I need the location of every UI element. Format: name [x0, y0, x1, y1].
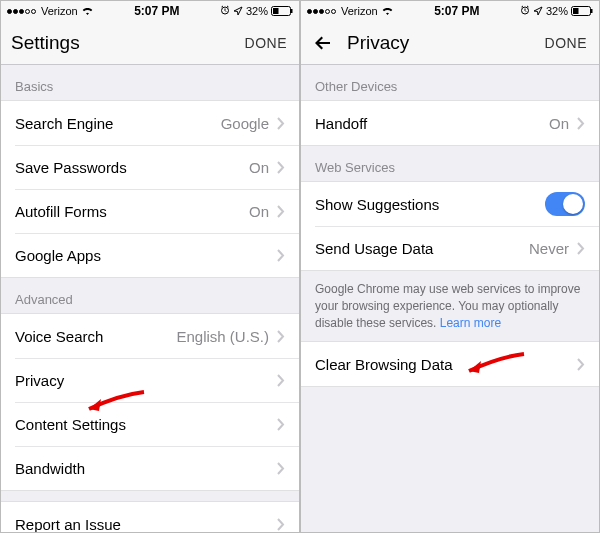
row-voice-search[interactable]: Voice Search English (U.S.)	[1, 314, 299, 358]
row-send-usage-data[interactable]: Send Usage Data Never	[301, 226, 599, 270]
svg-rect-3	[291, 9, 293, 13]
done-button[interactable]: DONE	[245, 35, 287, 51]
row-value: On	[549, 115, 569, 132]
wifi-icon	[81, 6, 94, 16]
battery-icon	[271, 6, 293, 16]
row-value: English (U.S.)	[176, 328, 269, 345]
chevron-right-icon	[277, 161, 285, 174]
row-autofill-forms[interactable]: Autofill Forms On	[1, 189, 299, 233]
section-header-advanced: Advanced	[1, 278, 299, 313]
alarm-icon	[520, 5, 530, 17]
chevron-right-icon	[277, 374, 285, 387]
status-time: 5:07 PM	[134, 4, 179, 18]
chevron-right-icon	[277, 117, 285, 130]
signal-dots-icon	[307, 9, 336, 14]
privacy-content[interactable]: Other Devices Handoff On Web Services Sh…	[301, 65, 599, 532]
row-label: Report an Issue	[15, 516, 277, 533]
status-bar: Verizon 5:07 PM 32%	[1, 1, 299, 21]
row-value: On	[249, 159, 269, 176]
battery-percent: 32%	[246, 5, 268, 17]
battery-icon	[571, 6, 593, 16]
chevron-right-icon	[277, 205, 285, 218]
chevron-right-icon	[277, 462, 285, 475]
row-value: On	[249, 203, 269, 220]
row-label: Save Passwords	[15, 159, 249, 176]
status-right: 32%	[520, 5, 593, 17]
row-label: Bandwidth	[15, 460, 277, 477]
row-show-suggestions[interactable]: Show Suggestions	[301, 182, 599, 226]
status-left: Verizon	[307, 5, 394, 17]
row-content-settings[interactable]: Content Settings	[1, 402, 299, 446]
section-header-web-services: Web Services	[301, 146, 599, 181]
status-right: 32%	[220, 5, 293, 17]
row-label: Clear Browsing Data	[315, 356, 577, 373]
toggle-show-suggestions[interactable]	[545, 192, 585, 216]
row-label: Google Apps	[15, 247, 277, 264]
chevron-right-icon	[277, 418, 285, 431]
status-left: Verizon	[7, 5, 94, 17]
section-header-other-devices: Other Devices	[301, 65, 599, 100]
chevron-right-icon	[577, 242, 585, 255]
group-basics: Search Engine Google Save Passwords On A…	[1, 100, 299, 278]
svg-rect-6	[573, 8, 579, 14]
carrier-label: Verizon	[41, 5, 78, 17]
row-label: Privacy	[15, 372, 277, 389]
web-services-footnote: Google Chrome may use web services to im…	[301, 271, 599, 341]
row-save-passwords[interactable]: Save Passwords On	[1, 145, 299, 189]
group-support: Report an Issue Google Chrome	[1, 501, 299, 532]
signal-dots-icon	[7, 9, 36, 14]
row-value: Google	[221, 115, 269, 132]
row-value: Never	[529, 240, 569, 257]
row-privacy[interactable]: Privacy	[1, 358, 299, 402]
chevron-right-icon	[277, 330, 285, 343]
settings-content[interactable]: Basics Search Engine Google Save Passwor…	[1, 65, 299, 532]
chevron-right-icon	[277, 249, 285, 262]
location-icon	[233, 6, 243, 16]
battery-percent: 32%	[546, 5, 568, 17]
chevron-right-icon	[577, 358, 585, 371]
alarm-icon	[220, 5, 230, 17]
row-google-apps[interactable]: Google Apps	[1, 233, 299, 277]
screen-settings: Verizon 5:07 PM 32% Settings DONE Basics	[0, 0, 300, 533]
back-button[interactable]	[311, 31, 335, 55]
row-label: Show Suggestions	[315, 196, 545, 213]
nav-header: Settings DONE	[1, 21, 299, 65]
group-clear: Clear Browsing Data	[301, 341, 599, 387]
location-icon	[533, 6, 543, 16]
screen-privacy: Verizon 5:07 PM 32% Privacy DONE Oth	[300, 0, 600, 533]
row-label: Handoff	[315, 115, 549, 132]
svg-rect-2	[273, 8, 279, 14]
row-label: Voice Search	[15, 328, 176, 345]
section-header-basics: Basics	[1, 65, 299, 100]
status-time: 5:07 PM	[434, 4, 479, 18]
group-advanced: Voice Search English (U.S.) Privacy Cont…	[1, 313, 299, 491]
row-label: Search Engine	[15, 115, 221, 132]
done-button[interactable]: DONE	[545, 35, 587, 51]
carrier-label: Verizon	[341, 5, 378, 17]
row-label: Autofill Forms	[15, 203, 249, 220]
group-web-services: Show Suggestions Send Usage Data Never	[301, 181, 599, 271]
wifi-icon	[381, 6, 394, 16]
page-title: Settings	[11, 32, 80, 54]
svg-rect-7	[591, 9, 593, 13]
nav-header: Privacy DONE	[301, 21, 599, 65]
row-label: Content Settings	[15, 416, 277, 433]
chevron-right-icon	[577, 117, 585, 130]
chevron-right-icon	[277, 518, 285, 531]
row-search-engine[interactable]: Search Engine Google	[1, 101, 299, 145]
learn-more-link[interactable]: Learn more	[440, 316, 501, 330]
status-bar: Verizon 5:07 PM 32%	[301, 1, 599, 21]
group-other-devices: Handoff On	[301, 100, 599, 146]
row-handoff[interactable]: Handoff On	[301, 101, 599, 145]
row-clear-browsing-data[interactable]: Clear Browsing Data	[301, 342, 599, 386]
row-bandwidth[interactable]: Bandwidth	[1, 446, 299, 490]
row-label: Send Usage Data	[315, 240, 529, 257]
row-report-issue[interactable]: Report an Issue	[1, 502, 299, 532]
page-title: Privacy	[347, 32, 409, 54]
